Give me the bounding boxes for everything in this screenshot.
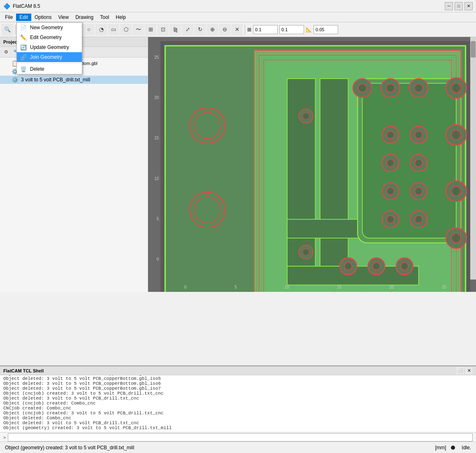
union-tool[interactable]: ⊕ xyxy=(207,24,218,35)
rect-tool[interactable]: ▭ xyxy=(108,24,119,35)
project-item-mill[interactable]: ⚙️ 3 volt to 5 volt PCB_drill.txt_mill xyxy=(0,76,148,84)
tcl-header-controls[interactable]: ⬜ ✕ xyxy=(456,367,473,374)
tcl-log-line: Object deleted: Combo_cnc xyxy=(3,416,473,421)
delete-tool[interactable]: ✕ xyxy=(231,24,243,35)
svg-point-41 xyxy=(415,215,422,223)
menu-update-geometry[interactable]: 🔄 Update Geometry xyxy=(17,42,82,52)
tcl-log-line: Object (cncjob) created: Combo_cnc xyxy=(3,401,473,406)
new-geometry-icon: 📄 xyxy=(20,25,27,31)
svg-point-23 xyxy=(386,84,395,92)
menu-join-geometry[interactable]: 🔗 Join Geometry xyxy=(17,52,82,62)
menu-file[interactable]: File xyxy=(2,14,16,21)
svg-rect-11 xyxy=(362,83,456,238)
right-scrollbar[interactable] xyxy=(470,37,476,280)
svg-point-33 xyxy=(415,159,422,167)
svg-point-47 xyxy=(401,262,408,270)
status-state: Idle. xyxy=(462,445,471,451)
copy-tool[interactable]: ⊞ xyxy=(145,24,156,35)
menu-drawing[interactable]: Drawing xyxy=(72,14,97,21)
svg-point-39 xyxy=(387,215,394,223)
snap-icon: 📐 xyxy=(306,27,312,32)
menu-edit[interactable]: Edit xyxy=(16,14,31,21)
canvas-area: 25 20 15 10 5 0 xyxy=(148,37,476,292)
wave-tool[interactable]: 〜 xyxy=(132,24,144,35)
svg-point-21 xyxy=(358,84,367,92)
menu-new-geometry[interactable]: 📄 New Geometry xyxy=(17,23,82,32)
poly-tool[interactable]: ⬠ xyxy=(120,24,132,35)
right-scrollbar-thumb[interactable] xyxy=(471,41,476,58)
axis-y-20: 20 xyxy=(154,95,159,100)
status-dot xyxy=(451,446,455,450)
tcl-log-line: Object deleted: 3 volt to 5 volt PCB_cop… xyxy=(3,381,473,386)
snap-input[interactable] xyxy=(313,25,338,34)
tcl-log-line: Object deleted: 3 volt to 5 volt PCB_dri… xyxy=(3,396,473,401)
menu-options[interactable]: Options xyxy=(31,14,55,21)
flip-tool[interactable]: ⤢ xyxy=(182,24,193,35)
title-bar-controls[interactable]: ─ □ ✕ xyxy=(445,2,473,10)
update-geometry-label: Update Geometry xyxy=(30,44,69,50)
tcl-log-line: Object deleted: 3 volt to 5 volt PCB_dri… xyxy=(3,421,473,425)
axis-y-10: 10 xyxy=(154,176,159,181)
menu-bar: File Edit Options View Drawing Tool Help xyxy=(0,12,476,22)
axis-y-5: 5 xyxy=(156,217,159,221)
left-tool-1[interactable]: ⚙ xyxy=(2,48,11,57)
status-message: Object (geometry) created: 3 volt to 5 v… xyxy=(5,445,134,451)
title-bar-left: 🔷 FlatCAM 8.5 xyxy=(3,3,40,9)
tcl-log-line: Object (cncjob) created: 3 volt to 5 vol… xyxy=(3,391,473,396)
arc-tool[interactable]: ◔ xyxy=(95,24,107,35)
minimize-button[interactable]: ─ xyxy=(445,2,453,10)
svg-point-43 xyxy=(344,262,352,270)
grid-x-input[interactable] xyxy=(253,25,278,34)
zoom-in-button[interactable]: 🔍 xyxy=(2,24,13,35)
tcl-input[interactable] xyxy=(8,433,473,441)
join-geometry-icon: 🔗 xyxy=(20,54,27,60)
rotate-tool[interactable]: ↻ xyxy=(194,24,206,35)
axis-x-0: 0 xyxy=(184,285,187,289)
tcl-close-btn[interactable]: ✕ xyxy=(465,367,473,374)
svg-point-55 xyxy=(303,249,309,255)
svg-point-19 xyxy=(451,233,461,243)
tcl-log-line: Object deleted: 3 volt to 5 volt PCB_cop… xyxy=(3,376,473,381)
menu-delete[interactable]: 🗑️ Delete xyxy=(17,64,82,74)
paste-tool[interactable]: ⊡ xyxy=(157,24,169,35)
menu-tool[interactable]: Tool xyxy=(97,14,112,21)
mirror-tool[interactable]: ⧎ xyxy=(170,24,181,35)
menu-view[interactable]: View xyxy=(55,14,72,21)
edit-geometry-icon: ✏️ xyxy=(20,35,27,41)
circle-tool[interactable]: ○ xyxy=(83,24,95,35)
menu-edit-geometry[interactable]: ✏️ Edit Geometry xyxy=(17,32,82,42)
status-bar: Object (geometry) created: 3 volt to 5 v… xyxy=(0,441,476,453)
axis-x: 0 5 10 15 20 25 xyxy=(160,280,470,292)
maximize-button[interactable]: □ xyxy=(455,2,463,10)
app-title: FlatCAM 8.5 xyxy=(13,3,40,9)
new-geometry-label: New Geometry xyxy=(30,25,63,30)
tcl-header: FlatCAM TCL Shell ⬜ ✕ xyxy=(0,366,476,375)
tcl-log-line: Object deleted: 3 volt to 5 volt PCB_cop… xyxy=(3,386,473,391)
title-bar: 🔷 FlatCAM 8.5 ─ □ ✕ xyxy=(0,0,476,12)
close-button[interactable]: ✕ xyxy=(464,2,473,10)
svg-point-13 xyxy=(451,83,461,93)
axis-x-10: 10 xyxy=(285,285,289,289)
dropdown-separator xyxy=(17,63,82,63)
svg-point-53 xyxy=(303,113,309,120)
axis-y: 25 20 15 10 5 0 xyxy=(148,37,160,280)
status-unit: [mm] xyxy=(435,445,446,451)
svg-point-15 xyxy=(451,130,461,140)
toolbar-separator-1 xyxy=(15,25,16,35)
tcl-input-row: > xyxy=(0,432,476,442)
svg-point-29 xyxy=(415,131,422,139)
grid-y-input[interactable] xyxy=(279,25,304,34)
edit-geometry-label: Edit Geometry xyxy=(30,35,62,40)
tcl-shell: FlatCAM TCL Shell ⬜ ✕ Object deleted: 3 … xyxy=(0,365,476,441)
subtract-tool[interactable]: ⊖ xyxy=(219,24,230,35)
app-icon: 🔷 xyxy=(3,3,10,9)
menu-help[interactable]: Help xyxy=(112,14,129,21)
edit-dropdown-menu: 📄 New Geometry ✏️ Edit Geometry 🔄 Update… xyxy=(16,22,82,74)
tcl-expand-btn[interactable]: ⬜ xyxy=(456,367,464,374)
project-item-icon-mill: ⚙️ xyxy=(12,76,19,83)
svg-point-31 xyxy=(387,159,394,167)
grid-icon: ⊞ xyxy=(247,27,251,32)
svg-point-45 xyxy=(373,262,380,270)
svg-point-37 xyxy=(415,187,422,195)
delete-icon: 🗑️ xyxy=(20,66,27,72)
